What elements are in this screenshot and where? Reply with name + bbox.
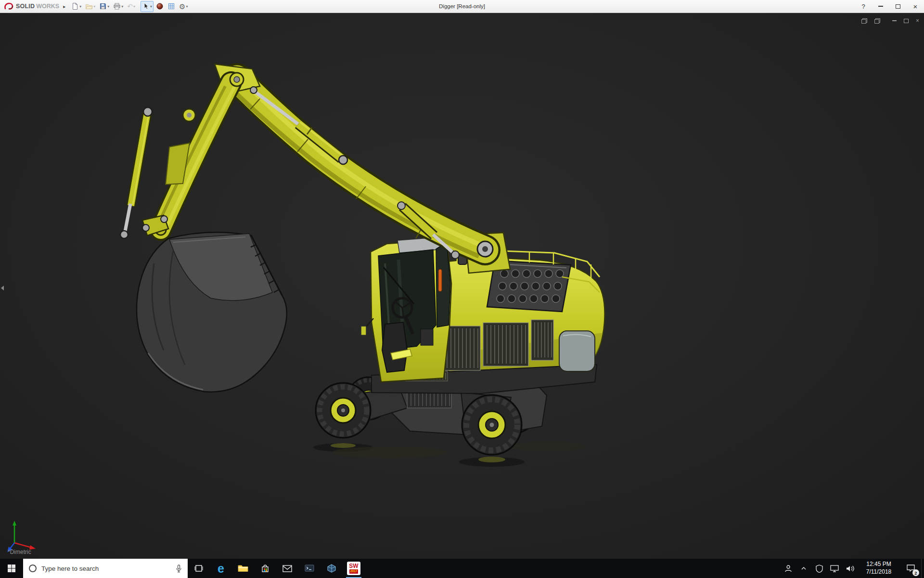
digger-bucket[interactable] [137,232,287,392]
chevron-down-icon[interactable]: ▾ [121,4,123,9]
taskbar-app-file-explorer[interactable] [232,559,254,578]
search-icon [29,565,37,572]
maximize-icon [896,4,900,9]
file-explorer-icon [238,564,248,573]
featuremanager-collapse-arrow[interactable] [1,286,4,290]
taskbar-app-3d-viewer[interactable] [321,559,343,578]
shield-icon [816,565,823,573]
titlebar: SOLIDWORKS ▸ ▾ ▾ ▾ [0,0,924,13]
open-button[interactable]: ▾ [84,1,97,12]
toolbar-expand-button[interactable]: ▸ [61,4,69,9]
appearance-sphere-icon [156,2,164,10]
chevron-down-icon[interactable]: ▾ [150,4,152,9]
evaluate-table-icon [167,2,175,10]
document-maximize-button[interactable] [904,19,909,23]
task-view-icon [194,564,204,573]
select-cursor-icon [142,2,150,10]
network-icon [830,565,839,572]
action-center-button[interactable]: 2 [900,559,921,578]
undo-icon: ↶ [127,3,133,10]
chevron-up-icon [801,566,807,570]
network-tray-button[interactable] [827,559,842,578]
gear-icon: ⚙ [179,3,185,10]
taskbar-app-solidworks[interactable]: SW 2017 [343,559,365,578]
maximize-icon [904,19,909,23]
quick-toolbar: ▾ ▾ ▾ ▾ ↶ ▾ [69,1,189,12]
chevron-down-icon[interactable]: ▾ [93,4,95,9]
view-orientation-label: *Dimetric [8,549,31,555]
document-new-window-button[interactable] [874,18,880,24]
help-button[interactable]: ? [855,0,872,13]
search-input[interactable] [41,565,171,572]
ground-reflection [313,442,587,467]
print-button[interactable]: ▾ [112,1,125,12]
taskbar-app-edge[interactable]: e [210,559,232,578]
clock-date: 7/11/2018 [866,568,892,576]
chevron-down-icon[interactable]: ▾ [107,4,109,9]
minimize-button[interactable] [872,0,889,13]
undo-button[interactable]: ↶ ▾ [126,1,137,12]
store-icon [261,564,270,573]
volume-icon [846,565,854,572]
chevron-down-icon[interactable]: ▾ [133,4,135,9]
new-window-icon [874,18,880,24]
microphone-icon[interactable] [176,565,182,573]
people-icon [784,565,793,572]
taskbar-search[interactable] [23,559,188,578]
solidworks-icon-text: SW [349,563,358,569]
minimize-icon [892,20,897,21]
window-controls: ? × [855,0,924,13]
hidden-icons-button[interactable] [796,559,811,578]
edge-icon: e [218,563,224,575]
restore-window-icon [861,18,867,24]
close-button[interactable]: × [907,0,924,13]
digger-model[interactable] [0,13,924,559]
solidworks-brand: SOLIDWORKS [0,2,61,11]
document-minimize-button[interactable] [892,20,897,21]
select-tool-button[interactable]: ▾ [141,1,154,12]
task-view-button[interactable] [188,559,210,578]
windows-taskbar: e [0,559,924,578]
volume-tray-button[interactable] [842,559,858,578]
brand-solid: SOLID [16,3,35,10]
mail-icon [282,565,292,572]
document-window-controls: × [861,17,919,24]
solidworks-icon: SW 2017 [347,562,360,575]
options-button[interactable]: ⚙ ▾ [178,1,189,12]
appearance-sphere-button[interactable] [154,1,165,12]
document-close-button[interactable]: × [916,17,919,24]
system-tray: 12:45 PM 7/11/2018 2 [781,559,924,578]
save-floppy-icon [99,2,107,10]
evaluate-table-button[interactable] [166,1,177,12]
save-button[interactable]: ▾ [98,1,111,12]
clock-time: 12:45 PM [866,561,891,568]
taskbar-app-console[interactable] [298,559,321,578]
maximize-button[interactable] [889,0,907,13]
minimize-icon [878,6,883,7]
show-desktop-button[interactable] [921,559,924,578]
graphics-viewport[interactable]: × *Dimetric [0,13,924,559]
print-icon [113,2,121,10]
solidworks-icon-year: 2017 [349,569,358,573]
open-folder-icon [85,2,93,10]
chevron-down-icon[interactable]: ▾ [79,4,81,9]
window-title: Digger [Read-only] [439,3,485,9]
brand-works: WORKS [36,3,59,10]
taskbar-app-mail[interactable] [276,559,298,578]
chevron-down-icon[interactable]: ▾ [186,4,188,9]
taskbar-app-store[interactable] [254,559,276,578]
new-document-button[interactable]: ▾ [70,1,83,12]
ds-logo-icon [4,2,14,11]
taskbar-clock[interactable]: 12:45 PM 7/11/2018 [858,559,900,578]
notification-badge: 2 [912,569,919,576]
digger-stick[interactable] [155,73,244,235]
cube-icon [327,564,336,573]
people-button[interactable] [781,559,796,578]
console-icon [305,564,314,573]
defender-tray-button[interactable] [811,559,827,578]
start-button[interactable] [0,559,23,578]
digger-cab[interactable] [361,237,451,382]
document-restore-button[interactable] [861,18,867,24]
windows-logo-icon [7,564,16,573]
new-document-icon [71,2,79,10]
